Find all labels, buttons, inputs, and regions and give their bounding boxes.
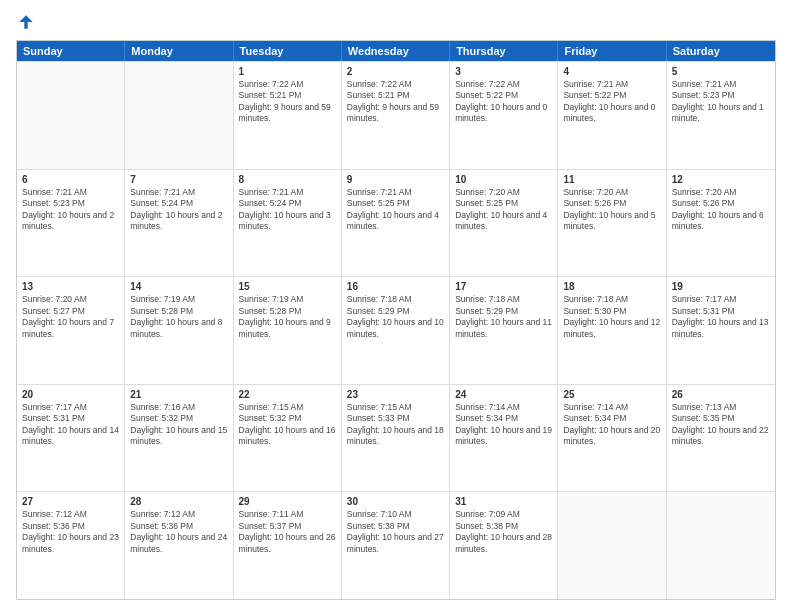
calendar-cell: 6Sunrise: 7:21 AMSunset: 5:23 PMDaylight… <box>17 170 125 277</box>
header-day-wednesday: Wednesday <box>342 41 450 61</box>
calendar-cell: 31Sunrise: 7:09 AMSunset: 5:38 PMDayligh… <box>450 492 558 599</box>
cell-info: Sunrise: 7:12 AMSunset: 5:36 PMDaylight:… <box>130 509 227 555</box>
day-number: 3 <box>455 65 552 78</box>
header <box>16 12 776 32</box>
calendar-cell: 23Sunrise: 7:15 AMSunset: 5:33 PMDayligh… <box>342 385 450 492</box>
cell-info: Sunrise: 7:17 AMSunset: 5:31 PMDaylight:… <box>672 294 770 340</box>
cell-info: Sunrise: 7:20 AMSunset: 5:26 PMDaylight:… <box>563 187 660 233</box>
cell-info: Sunrise: 7:13 AMSunset: 5:35 PMDaylight:… <box>672 402 770 448</box>
header-day-sunday: Sunday <box>17 41 125 61</box>
calendar-cell: 15Sunrise: 7:19 AMSunset: 5:28 PMDayligh… <box>234 277 342 384</box>
day-number: 14 <box>130 280 227 293</box>
cell-info: Sunrise: 7:19 AMSunset: 5:28 PMDaylight:… <box>239 294 336 340</box>
day-number: 17 <box>455 280 552 293</box>
day-number: 28 <box>130 495 227 508</box>
day-number: 5 <box>672 65 770 78</box>
day-number: 10 <box>455 173 552 186</box>
calendar-cell <box>558 492 666 599</box>
day-number: 30 <box>347 495 444 508</box>
day-number: 24 <box>455 388 552 401</box>
cell-info: Sunrise: 7:15 AMSunset: 5:33 PMDaylight:… <box>347 402 444 448</box>
day-number: 13 <box>22 280 119 293</box>
calendar-cell: 17Sunrise: 7:18 AMSunset: 5:29 PMDayligh… <box>450 277 558 384</box>
cell-info: Sunrise: 7:22 AMSunset: 5:22 PMDaylight:… <box>455 79 552 125</box>
calendar-cell: 30Sunrise: 7:10 AMSunset: 5:38 PMDayligh… <box>342 492 450 599</box>
logo-icon <box>16 12 36 32</box>
cell-info: Sunrise: 7:22 AMSunset: 5:21 PMDaylight:… <box>347 79 444 125</box>
calendar-cell: 14Sunrise: 7:19 AMSunset: 5:28 PMDayligh… <box>125 277 233 384</box>
cell-info: Sunrise: 7:21 AMSunset: 5:23 PMDaylight:… <box>672 79 770 125</box>
day-number: 1 <box>239 65 336 78</box>
day-number: 19 <box>672 280 770 293</box>
calendar-row-5: 27Sunrise: 7:12 AMSunset: 5:36 PMDayligh… <box>17 491 775 599</box>
day-number: 7 <box>130 173 227 186</box>
calendar-cell: 11Sunrise: 7:20 AMSunset: 5:26 PMDayligh… <box>558 170 666 277</box>
cell-info: Sunrise: 7:18 AMSunset: 5:30 PMDaylight:… <box>563 294 660 340</box>
cell-info: Sunrise: 7:11 AMSunset: 5:37 PMDaylight:… <box>239 509 336 555</box>
calendar: SundayMondayTuesdayWednesdayThursdayFrid… <box>16 40 776 600</box>
calendar-header: SundayMondayTuesdayWednesdayThursdayFrid… <box>17 41 775 61</box>
calendar-cell: 13Sunrise: 7:20 AMSunset: 5:27 PMDayligh… <box>17 277 125 384</box>
cell-info: Sunrise: 7:18 AMSunset: 5:29 PMDaylight:… <box>455 294 552 340</box>
calendar-body: 1Sunrise: 7:22 AMSunset: 5:21 PMDaylight… <box>17 61 775 599</box>
header-day-saturday: Saturday <box>667 41 775 61</box>
day-number: 4 <box>563 65 660 78</box>
calendar-cell <box>125 62 233 169</box>
calendar-cell: 16Sunrise: 7:18 AMSunset: 5:29 PMDayligh… <box>342 277 450 384</box>
cell-info: Sunrise: 7:21 AMSunset: 5:22 PMDaylight:… <box>563 79 660 125</box>
cell-info: Sunrise: 7:21 AMSunset: 5:23 PMDaylight:… <box>22 187 119 233</box>
day-number: 6 <box>22 173 119 186</box>
calendar-cell: 10Sunrise: 7:20 AMSunset: 5:25 PMDayligh… <box>450 170 558 277</box>
calendar-cell: 26Sunrise: 7:13 AMSunset: 5:35 PMDayligh… <box>667 385 775 492</box>
day-number: 15 <box>239 280 336 293</box>
cell-info: Sunrise: 7:10 AMSunset: 5:38 PMDaylight:… <box>347 509 444 555</box>
header-day-friday: Friday <box>558 41 666 61</box>
calendar-cell <box>17 62 125 169</box>
cell-info: Sunrise: 7:15 AMSunset: 5:32 PMDaylight:… <box>239 402 336 448</box>
calendar-cell: 25Sunrise: 7:14 AMSunset: 5:34 PMDayligh… <box>558 385 666 492</box>
cell-info: Sunrise: 7:17 AMSunset: 5:31 PMDaylight:… <box>22 402 119 448</box>
day-number: 8 <box>239 173 336 186</box>
calendar-cell: 2Sunrise: 7:22 AMSunset: 5:21 PMDaylight… <box>342 62 450 169</box>
cell-info: Sunrise: 7:21 AMSunset: 5:24 PMDaylight:… <box>239 187 336 233</box>
calendar-cell: 1Sunrise: 7:22 AMSunset: 5:21 PMDaylight… <box>234 62 342 169</box>
cell-info: Sunrise: 7:14 AMSunset: 5:34 PMDaylight:… <box>563 402 660 448</box>
calendar-row-1: 1Sunrise: 7:22 AMSunset: 5:21 PMDaylight… <box>17 61 775 169</box>
calendar-row-3: 13Sunrise: 7:20 AMSunset: 5:27 PMDayligh… <box>17 276 775 384</box>
calendar-cell <box>667 492 775 599</box>
calendar-cell: 22Sunrise: 7:15 AMSunset: 5:32 PMDayligh… <box>234 385 342 492</box>
day-number: 27 <box>22 495 119 508</box>
calendar-cell: 5Sunrise: 7:21 AMSunset: 5:23 PMDaylight… <box>667 62 775 169</box>
calendar-cell: 24Sunrise: 7:14 AMSunset: 5:34 PMDayligh… <box>450 385 558 492</box>
header-day-tuesday: Tuesday <box>234 41 342 61</box>
calendar-cell: 8Sunrise: 7:21 AMSunset: 5:24 PMDaylight… <box>234 170 342 277</box>
day-number: 16 <box>347 280 444 293</box>
header-day-monday: Monday <box>125 41 233 61</box>
calendar-cell: 4Sunrise: 7:21 AMSunset: 5:22 PMDaylight… <box>558 62 666 169</box>
day-number: 23 <box>347 388 444 401</box>
cell-info: Sunrise: 7:20 AMSunset: 5:27 PMDaylight:… <box>22 294 119 340</box>
calendar-cell: 3Sunrise: 7:22 AMSunset: 5:22 PMDaylight… <box>450 62 558 169</box>
cell-info: Sunrise: 7:19 AMSunset: 5:28 PMDaylight:… <box>130 294 227 340</box>
day-number: 2 <box>347 65 444 78</box>
day-number: 25 <box>563 388 660 401</box>
calendar-row-2: 6Sunrise: 7:21 AMSunset: 5:23 PMDaylight… <box>17 169 775 277</box>
day-number: 12 <box>672 173 770 186</box>
calendar-cell: 27Sunrise: 7:12 AMSunset: 5:36 PMDayligh… <box>17 492 125 599</box>
calendar-row-4: 20Sunrise: 7:17 AMSunset: 5:31 PMDayligh… <box>17 384 775 492</box>
day-number: 26 <box>672 388 770 401</box>
calendar-cell: 9Sunrise: 7:21 AMSunset: 5:25 PMDaylight… <box>342 170 450 277</box>
cell-info: Sunrise: 7:20 AMSunset: 5:26 PMDaylight:… <box>672 187 770 233</box>
cell-info: Sunrise: 7:14 AMSunset: 5:34 PMDaylight:… <box>455 402 552 448</box>
logo <box>16 12 40 32</box>
cell-info: Sunrise: 7:16 AMSunset: 5:32 PMDaylight:… <box>130 402 227 448</box>
calendar-cell: 19Sunrise: 7:17 AMSunset: 5:31 PMDayligh… <box>667 277 775 384</box>
day-number: 21 <box>130 388 227 401</box>
cell-info: Sunrise: 7:12 AMSunset: 5:36 PMDaylight:… <box>22 509 119 555</box>
calendar-cell: 20Sunrise: 7:17 AMSunset: 5:31 PMDayligh… <box>17 385 125 492</box>
calendar-cell: 18Sunrise: 7:18 AMSunset: 5:30 PMDayligh… <box>558 277 666 384</box>
calendar-cell: 12Sunrise: 7:20 AMSunset: 5:26 PMDayligh… <box>667 170 775 277</box>
calendar-cell: 7Sunrise: 7:21 AMSunset: 5:24 PMDaylight… <box>125 170 233 277</box>
page: SundayMondayTuesdayWednesdayThursdayFrid… <box>0 0 792 612</box>
day-number: 31 <box>455 495 552 508</box>
